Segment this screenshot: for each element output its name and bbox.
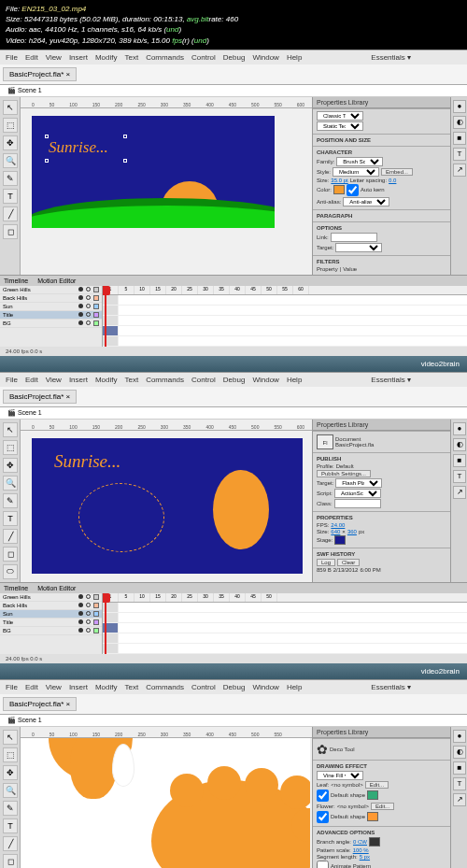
leaf-default-checkbox[interactable]: [317, 790, 329, 802]
text-tool[interactable]: T: [3, 189, 18, 204]
drawing-effect-header[interactable]: DRAWING EFFECT: [317, 762, 446, 770]
visibility-icon[interactable]: [78, 287, 83, 292]
selection-handle[interactable]: [45, 159, 49, 163]
filters-header[interactable]: FILTERS: [317, 258, 446, 265]
pattern-scale-value[interactable]: 100 %: [353, 847, 369, 853]
embed-button[interactable]: Embed...: [381, 168, 413, 176]
branch-angle-value[interactable]: 0 CW: [353, 839, 367, 845]
link-input[interactable]: [331, 233, 377, 242]
flower-color-swatch[interactable]: [367, 812, 378, 821]
menu-insert[interactable]: Insert: [69, 53, 88, 62]
selection-handle[interactable]: [45, 135, 49, 138]
options-header[interactable]: OPTIONS: [317, 224, 446, 232]
menu-modify[interactable]: Modify: [95, 53, 118, 62]
selection-handle[interactable]: [123, 159, 127, 163]
swatch-tool[interactable]: ◐: [453, 116, 466, 129]
scene-label[interactable]: Scene 1: [18, 87, 42, 93]
log-button[interactable]: Log: [317, 559, 335, 566]
position-size-header[interactable]: POSITION AND SIZE: [317, 136, 446, 144]
stage-height[interactable]: 360: [347, 529, 357, 534]
zoom-tool[interactable]: 🔍: [3, 153, 18, 168]
workspace-dropdown[interactable]: Essentials ▾: [371, 53, 411, 62]
pen-tool[interactable]: ✎: [3, 171, 18, 186]
paragraph-header[interactable]: PARAGRAPH: [317, 212, 446, 220]
line-tool[interactable]: ╱: [3, 206, 18, 221]
color-tool[interactable]: ●: [453, 100, 466, 113]
publish-settings-button[interactable]: Publish Settings...: [317, 470, 371, 477]
target-player-select[interactable]: Flash Player 11.2 ▾: [335, 478, 382, 488]
auto-kern-checkbox[interactable]: [347, 184, 359, 196]
stage-area[interactable]: 0501001502002503003504004505005506006507…: [21, 97, 312, 275]
animate-pattern-checkbox[interactable]: [317, 861, 329, 868]
selection-tool[interactable]: ↖: [3, 100, 18, 115]
layer-name[interactable]: Green Hills: [3, 287, 31, 292]
close-icon[interactable]: ×: [65, 70, 70, 78]
subselect-tool[interactable]: ⬚: [3, 118, 18, 133]
leaf-edit-button[interactable]: Edit...: [365, 781, 389, 789]
selection-handle[interactable]: [123, 135, 127, 138]
layer-name[interactable]: Sun: [3, 304, 13, 309]
menu-debug[interactable]: Debug: [223, 53, 246, 62]
menu-file[interactable]: File: [6, 53, 18, 62]
text-type-select[interactable]: Static Text ▾: [317, 121, 363, 131]
menu-commands[interactable]: Commands: [146, 53, 184, 62]
menu-view[interactable]: View: [46, 53, 62, 62]
text-color-swatch[interactable]: [333, 185, 345, 194]
motion-editor-tab[interactable]: Motion Editor: [37, 277, 76, 284]
font-style-select[interactable]: Medium: [333, 167, 379, 177]
flower-default-checkbox[interactable]: [317, 811, 329, 823]
effect-select[interactable]: Vine Fill ▾: [317, 771, 363, 780]
text-engine-select[interactable]: Classic Text: [317, 111, 363, 121]
advanced-options-header[interactable]: ADVANCED OPTIONS: [317, 829, 446, 836]
timeline-frames[interactable]: 151015202530354045505560: [103, 286, 467, 347]
layer-name[interactable]: Title: [3, 312, 13, 318]
fps-value[interactable]: 24.00: [331, 522, 345, 528]
font-size-value[interactable]: 35.0 pt: [331, 178, 347, 183]
clear-button[interactable]: Clear: [337, 559, 360, 566]
outline-icon[interactable]: [93, 287, 99, 292]
timeline-tab[interactable]: Timeline: [4, 277, 28, 284]
font-family-select[interactable]: Brush Script Std: [336, 157, 383, 166]
stage-area[interactable]: 050100150200250300350400450500550: [21, 727, 312, 868]
branch-color-swatch[interactable]: [369, 837, 380, 847]
flower-edit-button[interactable]: Edit...: [371, 803, 394, 810]
stage-color-swatch[interactable]: [334, 535, 346, 545]
document-tab[interactable]: BasicProject.fla* ×: [3, 390, 77, 404]
class-input[interactable]: [334, 499, 381, 508]
target-select[interactable]: [335, 243, 382, 252]
document-tab[interactable]: BasicProject.fla* ×: [3, 67, 77, 81]
transform-tool[interactable]: ↗: [453, 164, 466, 177]
menu-text[interactable]: Text: [124, 53, 138, 62]
menu-edit[interactable]: Edit: [25, 53, 38, 62]
swf-history-header[interactable]: SWF HISTORY: [317, 550, 446, 558]
stage-width[interactable]: 640: [331, 529, 340, 534]
info-tool[interactable]: T: [453, 148, 466, 161]
sun-ellipse[interactable]: [213, 470, 269, 549]
align-tool[interactable]: ■: [453, 132, 466, 145]
stage-canvas[interactable]: Sunrise...: [32, 116, 275, 228]
lock-icon[interactable]: [86, 287, 91, 292]
sunrise-text[interactable]: Sunrise...: [49, 138, 108, 157]
letter-spacing-value[interactable]: 0.0: [389, 178, 396, 183]
sun-outline-path[interactable]: [78, 483, 164, 552]
stage-canvas[interactable]: [21, 738, 310, 868]
menu-window[interactable]: Window: [252, 53, 278, 62]
free-transform-tool[interactable]: ✥: [3, 135, 18, 150]
leaf-color-swatch[interactable]: [367, 790, 378, 800]
stage-area[interactable]: 050100150200250300350400450500550600 Sun…: [21, 420, 312, 582]
panel-tabs[interactable]: Properties Library: [313, 97, 450, 108]
playhead[interactable]: [105, 593, 106, 654]
layer-name[interactable]: BG: [3, 320, 11, 326]
rectangle-tool[interactable]: ◻: [3, 224, 18, 239]
segment-length-value[interactable]: 5 px: [360, 854, 370, 860]
character-header[interactable]: CHARACTER: [317, 149, 446, 156]
properties-header[interactable]: PROPERTIES: [317, 514, 446, 521]
layer-name[interactable]: Back Hills: [3, 295, 27, 301]
playhead[interactable]: [105, 286, 106, 347]
antialias-select[interactable]: Anti-alias for readability ▾: [343, 197, 389, 206]
stage-canvas[interactable]: Sunrise...: [32, 438, 303, 574]
script-select[interactable]: ActionScript 3.0 ▾: [334, 489, 381, 498]
publish-header[interactable]: PUBLISH: [317, 455, 446, 462]
menu-control[interactable]: Control: [191, 53, 216, 62]
menu-help[interactable]: Help: [287, 53, 302, 62]
